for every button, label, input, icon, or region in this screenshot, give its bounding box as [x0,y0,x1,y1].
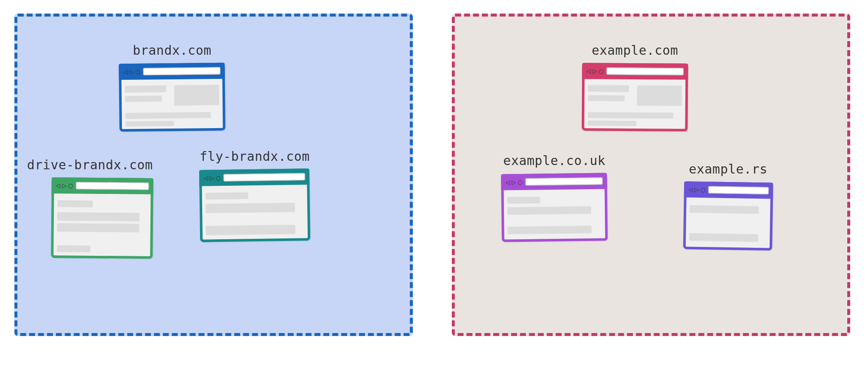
forward-icon: ▷ [129,68,134,76]
browser-window-icon: ◁ ▷ ○ [581,63,688,132]
back-icon: ◁ [56,182,61,189]
url-bar-icon [708,186,769,194]
reload-icon: ○ [136,68,140,76]
reload-icon: ○ [518,178,523,186]
reload-icon: ○ [701,186,706,193]
nav-controls-icon: ◁ ▷ ○ [123,68,140,76]
browser-window-icon: ◁ ▷ ○ [199,168,310,242]
diagram-stage: brandx.com ◁ ▷ ○ drive-brandx.com [0,0,868,378]
site-fly-brandx: fly-brandx.com ◁ ▷ ○ [200,169,310,241]
nav-controls-icon: ◁ ▷ ○ [688,186,706,194]
first-party-set-panel-left: brandx.com ◁ ▷ ○ drive-brandx.com [14,14,413,336]
site-label: fly-brandx.com [200,149,310,164]
site-label: drive-brandx.com [27,157,153,172]
site-example-rs: example.rs ◁ ▷ ○ [684,182,773,250]
site-drive-brandx: drive-brandx.com ◁ ▷ ○ [51,178,153,258]
url-bar-icon [143,67,221,76]
nav-controls-icon: ◁ ▷ ○ [203,174,221,182]
forward-icon: ▷ [210,174,214,182]
reload-icon: ○ [599,67,604,75]
back-icon: ◁ [505,178,510,186]
forward-icon: ▷ [695,186,699,193]
first-party-set-panel-right: example.com ◁ ▷ ○ example.co.uk [452,14,850,336]
browser-window-icon: ◁ ▷ ○ [119,63,225,132]
site-example-com: example.com ◁ ▷ ○ [582,63,688,131]
forward-icon: ▷ [512,178,516,186]
site-label: brandx.com [133,43,211,58]
browser-window-icon: ◁ ▷ ○ [683,181,773,250]
back-icon: ◁ [586,67,591,75]
site-label: example.rs [689,162,768,176]
url-bar-icon [525,177,603,186]
url-bar-icon [75,182,149,190]
nav-controls-icon: ◁ ▷ ○ [586,67,604,75]
back-icon: ◁ [123,68,128,76]
forward-icon: ▷ [593,67,597,75]
reload-icon: ○ [216,174,221,182]
reload-icon: ○ [68,182,73,189]
site-example-co-uk: example.co.uk ◁ ▷ ○ [501,174,607,241]
url-bar-icon [223,173,305,182]
nav-controls-icon: ◁ ▷ ○ [56,182,73,189]
browser-window-icon: ◁ ▷ ○ [51,177,153,259]
back-icon: ◁ [688,186,693,193]
site-label: example.co.uk [503,153,605,168]
back-icon: ◁ [203,174,208,182]
site-brandx: brandx.com ◁ ▷ ○ [119,63,225,131]
nav-controls-icon: ◁ ▷ ○ [505,178,523,186]
url-bar-icon [606,67,684,76]
site-label: example.com [592,43,678,58]
forward-icon: ▷ [62,182,67,189]
browser-window-icon: ◁ ▷ ○ [501,173,608,242]
